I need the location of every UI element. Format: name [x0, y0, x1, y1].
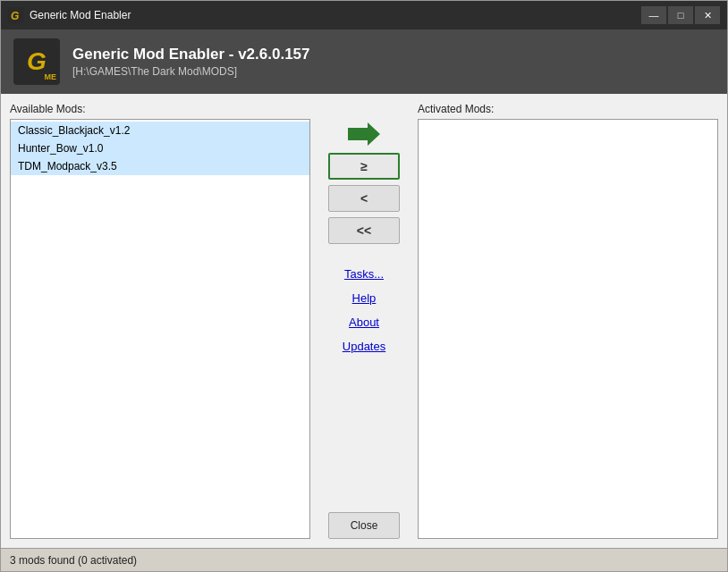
title-bar-text: Generic Mod Enabler	[30, 9, 131, 21]
app-title: Generic Mod Enabler - v2.6.0.157	[72, 46, 310, 63]
activated-mods-list[interactable]	[418, 119, 718, 539]
status-bar: 3 mods found (0 activated)	[1, 548, 727, 571]
updates-button[interactable]: Updates	[343, 340, 385, 353]
logo-g: G	[27, 49, 47, 74]
available-mods-panel: Available Mods: Classic_Blackjack_v1.2 H…	[10, 103, 310, 539]
center-controls: ≥ < << Tasks... Help About Updates Close	[310, 103, 418, 539]
tasks-button[interactable]: Tasks...	[344, 267, 384, 281]
list-item[interactable]: TDM_Modpack_v3.5	[11, 157, 309, 175]
links-section: Tasks... Help About Updates	[343, 267, 385, 353]
available-mods-label: Available Mods:	[10, 103, 310, 115]
main-panel: Available Mods: Classic_Blackjack_v1.2 H…	[10, 103, 718, 539]
activate-arrow-icon	[348, 121, 380, 147]
about-button[interactable]: About	[349, 315, 379, 329]
minimize-button[interactable]: —	[641, 6, 666, 24]
activate-button[interactable]: ≥	[328, 153, 400, 180]
status-text: 3 mods found (0 activated)	[10, 554, 137, 567]
app-icon: G	[8, 7, 24, 23]
content-area: Available Mods: Classic_Blackjack_v1.2 H…	[1, 94, 727, 548]
deactivate-all-button[interactable]: <<	[328, 217, 400, 244]
header: G ME Generic Mod Enabler - v2.6.0.157 [H…	[1, 29, 727, 94]
app-path: [H:\GAMES\The Dark Mod\MODS]	[72, 65, 310, 78]
close-button[interactable]: Close	[328, 512, 400, 539]
activated-mods-label: Activated Mods:	[418, 103, 718, 115]
deactivate-button[interactable]: <	[328, 185, 400, 212]
title-bar: G Generic Mod Enabler — □ ✕	[1, 1, 727, 29]
help-button[interactable]: Help	[352, 291, 377, 305]
svg-marker-2	[348, 122, 380, 146]
close-window-button[interactable]: ✕	[695, 6, 720, 24]
main-window: G Generic Mod Enabler — □ ✕ G ME Generic…	[0, 0, 728, 572]
title-bar-controls: — □ ✕	[641, 6, 720, 24]
header-info: Generic Mod Enabler - v2.6.0.157 [H:\GAM…	[72, 46, 310, 78]
list-item[interactable]: Hunter_Bow_v1.0	[11, 139, 309, 157]
app-logo: G ME	[13, 38, 60, 85]
svg-text:G: G	[11, 10, 19, 22]
maximize-button[interactable]: □	[668, 6, 693, 24]
available-mods-list[interactable]: Classic_Blackjack_v1.2 Hunter_Bow_v1.0 T…	[10, 119, 310, 539]
activated-mods-panel: Activated Mods:	[418, 103, 718, 539]
list-item[interactable]: Classic_Blackjack_v1.2	[11, 122, 309, 139]
title-bar-left: G Generic Mod Enabler	[8, 7, 131, 23]
logo-me: ME	[45, 72, 57, 81]
